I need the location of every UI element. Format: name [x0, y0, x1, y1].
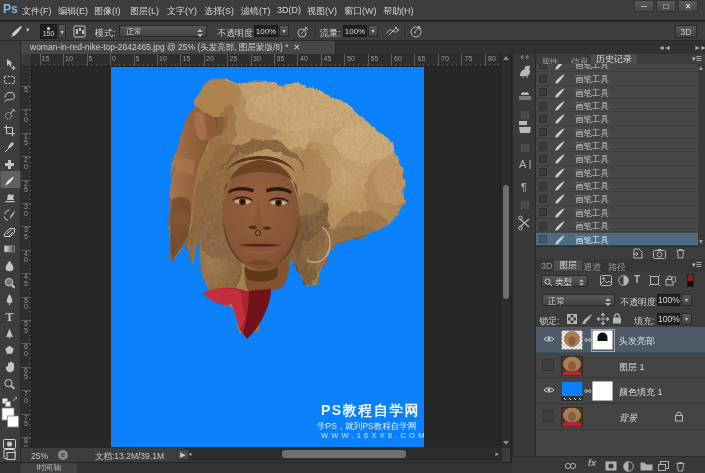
svg-text:¶: ¶	[521, 181, 527, 193]
svg-text:A: A	[519, 158, 527, 170]
svg-text:T: T	[5, 310, 13, 324]
